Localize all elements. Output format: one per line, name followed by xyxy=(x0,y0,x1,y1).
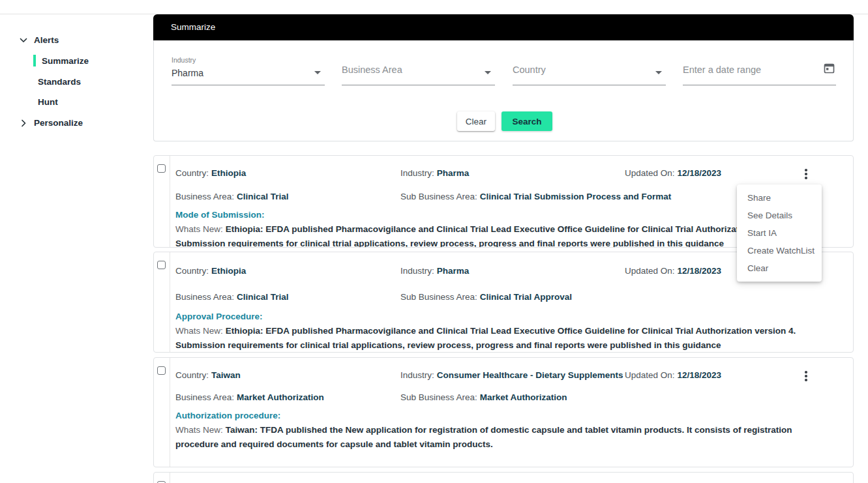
clear-button[interactable]: Clear xyxy=(457,111,495,131)
panel-title: Summarize xyxy=(171,22,215,32)
country-label: Country: xyxy=(175,370,209,380)
row-checkbox[interactable] xyxy=(157,366,166,375)
country-label: Country: xyxy=(175,168,209,178)
industry-label: Industry: xyxy=(400,266,434,276)
industry-select-label: Industry xyxy=(172,56,196,64)
business-area-placeholder: Business Area xyxy=(342,65,402,75)
industry-label: Industry: xyxy=(400,370,434,380)
updated-on-value: 12/18/2023 xyxy=(678,168,722,178)
business-area-value: Market Authorization xyxy=(237,392,324,402)
date-range-input[interactable]: Enter a date range xyxy=(683,55,836,85)
whats-new-label: Whats New: xyxy=(175,425,223,435)
whats-new-text: Ethiopia: EFDA published Pharmacovigilan… xyxy=(226,224,796,234)
checkbox-cell xyxy=(154,252,170,352)
updated-on-value: 12/18/2023 xyxy=(678,266,722,276)
dropdown-arrow-icon xyxy=(314,71,321,74)
whats-new-label: Whats New: xyxy=(175,224,223,234)
sub-business-area-label: Sub Business Area: xyxy=(400,192,477,201)
updated-on-label: Updated On: xyxy=(625,266,675,276)
whats-new-text: procedure and required documents for cap… xyxy=(175,437,841,452)
dropdown-arrow-icon xyxy=(485,71,491,74)
updated-on-label: Updated On: xyxy=(625,168,675,178)
row-checkbox[interactable] xyxy=(157,164,166,173)
more-options-icon[interactable] xyxy=(801,370,811,382)
menu-item-start-ia[interactable]: Start IA xyxy=(737,224,822,242)
panel-header: Summarize xyxy=(153,14,854,40)
sidebar-group-alerts[interactable]: Alerts xyxy=(19,35,59,45)
business-area-label: Business Area: xyxy=(175,192,234,201)
selected-indicator xyxy=(33,55,36,66)
menu-item-see-details[interactable]: See Details xyxy=(737,207,822,224)
sub-business-area-label: Sub Business Area: xyxy=(400,392,477,402)
sidebar-item-summarize[interactable]: Summarize xyxy=(33,55,89,66)
menu-item-share[interactable]: Share xyxy=(737,189,822,207)
checkbox-cell xyxy=(154,473,170,483)
date-range-placeholder: Enter a date range xyxy=(683,65,761,75)
updated-on-label: Updated On: xyxy=(625,370,675,380)
industry-select[interactable]: Industry Pharma xyxy=(172,55,325,85)
menu-item-clear[interactable]: Clear xyxy=(737,259,822,277)
section-title: Approval Procedure: xyxy=(175,310,841,324)
checkbox-cell xyxy=(154,156,170,247)
industry-value: Pharma xyxy=(437,266,470,276)
sidebar-group-label: Alerts xyxy=(34,35,59,45)
business-area-select[interactable]: Business Area xyxy=(342,55,495,85)
search-button[interactable]: Search xyxy=(501,111,552,131)
country-value: Ethiopia xyxy=(211,266,246,276)
section-title: Authorization procedure: xyxy=(175,409,841,423)
updated-on-value: 12/18/2023 xyxy=(678,370,722,380)
card-context-menu: Share See Details Start IA Create WatchL… xyxy=(737,184,822,282)
country-select[interactable]: Country xyxy=(513,55,666,85)
industry-value: Consumer Healthcare - Dietary Supplement… xyxy=(437,370,623,380)
sidebar-item-standards[interactable]: Standards xyxy=(38,77,81,87)
country-value: Taiwan xyxy=(211,370,241,380)
country-value: Ethiopia xyxy=(211,168,246,178)
chevron-down-icon xyxy=(19,36,28,45)
sub-business-area-value: Clinical Trial Approval xyxy=(480,292,572,302)
alert-card: Country:Taiwan Industry:Consumer Healthc… xyxy=(153,357,854,467)
industry-label: Industry: xyxy=(400,168,434,178)
calendar-icon[interactable] xyxy=(824,63,835,74)
checkbox-cell xyxy=(154,358,170,467)
sidebar-item-label: Hunt xyxy=(38,97,58,107)
filter-panel: Industry Pharma Business Area Country En… xyxy=(153,40,854,141)
business-area-label: Business Area: xyxy=(175,292,234,302)
business-area-value: Clinical Trial xyxy=(237,292,289,302)
industry-select-value: Pharma xyxy=(172,68,203,78)
chevron-right-icon xyxy=(19,119,28,128)
dropdown-arrow-icon xyxy=(655,71,662,74)
sub-business-area-value: Clinical Trial Submission Process and Fo… xyxy=(480,192,671,201)
alert-card xyxy=(153,472,854,483)
alert-card-body xyxy=(170,473,853,483)
whats-new-text: Ethiopia: EFDA published Pharmacovigilan… xyxy=(226,326,796,336)
sub-business-area-value: Market Authorization xyxy=(480,392,567,402)
menu-item-create-watchlist[interactable]: Create WatchList xyxy=(737,242,822,259)
whats-new-text: Submission requirements for clinical tri… xyxy=(175,338,841,353)
whats-new-label: Whats New: xyxy=(175,326,223,336)
business-area-label: Business Area: xyxy=(175,392,234,402)
industry-value: Pharma xyxy=(437,168,470,178)
more-options-icon[interactable] xyxy=(801,168,811,180)
whats-new-text: Taiwan: TFDA published the New applicati… xyxy=(226,425,792,435)
sidebar-group-label: Personalize xyxy=(34,118,83,128)
sidebar-item-label: Standards xyxy=(38,77,81,87)
business-area-value: Clinical Trial xyxy=(237,192,289,201)
row-checkbox[interactable] xyxy=(157,261,166,269)
alert-card-body: Country:Taiwan Industry:Consumer Healthc… xyxy=(170,358,853,467)
sidebar-item-hunt[interactable]: Hunt xyxy=(38,97,58,107)
sidebar: Alerts Summarize Standards Hunt Personal… xyxy=(0,14,153,483)
sub-business-area-label: Sub Business Area: xyxy=(400,292,477,302)
country-placeholder: Country xyxy=(513,65,546,75)
sidebar-item-label: Summarize xyxy=(42,56,89,66)
sidebar-group-personalize[interactable]: Personalize xyxy=(19,118,83,128)
country-label: Country: xyxy=(175,266,209,276)
